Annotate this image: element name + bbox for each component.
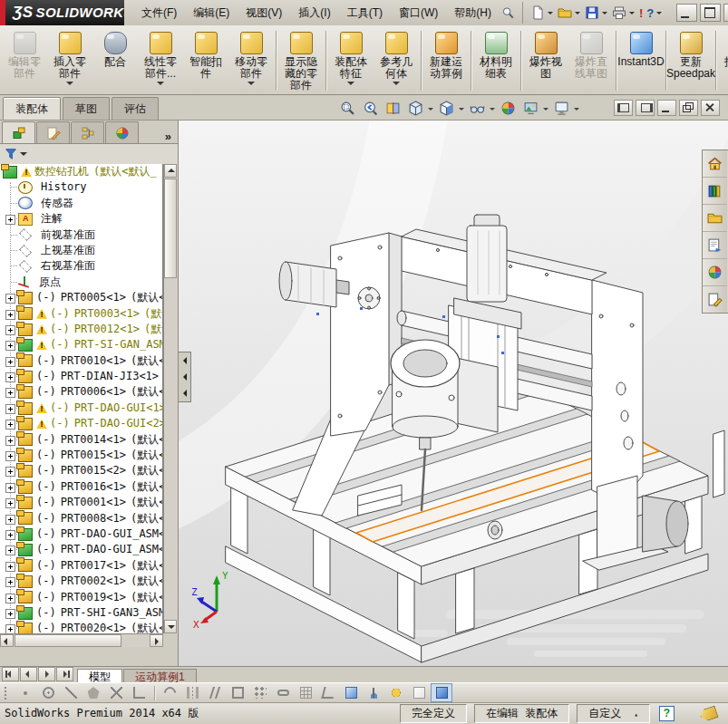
- zoom-to-area-icon[interactable]: [336, 98, 359, 119]
- straight-slot[interactable]: [272, 683, 294, 702]
- apply-scene-icon[interactable]: [519, 98, 542, 119]
- centerpoint-arc[interactable]: [159, 683, 180, 702]
- displaymanager-tab[interactable]: [105, 121, 139, 143]
- tree-item[interactable]: (-)PRT0008<1>(默认<<默: [0, 511, 162, 526]
- expand-toggle[interactable]: [5, 404, 15, 414]
- tree-item[interactable]: (-)PRT0017<1>(默认<<默: [0, 558, 162, 574]
- previous-tab-button[interactable]: [20, 667, 37, 681]
- open-button[interactable]: [556, 3, 574, 23]
- solidworks-resources-tab[interactable]: [703, 150, 727, 178]
- menu-item[interactable]: 视图(V): [238, 2, 290, 24]
- sketch-point[interactable]: [15, 683, 36, 702]
- shaded-display[interactable]: [431, 683, 452, 702]
- new-document-button[interactable]: [529, 3, 547, 23]
- display-style-dropdown[interactable]: [459, 108, 464, 113]
- assembly-features[interactable]: 装配体 特征: [328, 27, 374, 94]
- edit-component[interactable]: 编辑零 部件: [2, 27, 47, 94]
- scroll-up-arrow[interactable]: [164, 164, 177, 178]
- tree-horizontal-scrollbar[interactable]: [0, 633, 163, 647]
- tag-icon[interactable]: [698, 705, 718, 722]
- split-right-button[interactable]: [636, 100, 655, 116]
- hide-show-items-icon[interactable]: [466, 98, 489, 119]
- expand-toggle[interactable]: [5, 325, 15, 335]
- exploded-view[interactable]: 爆炸视 图: [523, 27, 568, 94]
- status-help-icon[interactable]: ?: [659, 706, 675, 721]
- configurationmanager-tab[interactable]: [71, 121, 104, 143]
- mirror-entities[interactable]: [181, 683, 203, 702]
- reference-geometry[interactable]: 参考几 何体: [374, 27, 419, 94]
- smart-fasteners[interactable]: 智能扣 件: [183, 27, 228, 94]
- reference-points[interactable]: [249, 683, 271, 702]
- appearances-tab[interactable]: [703, 259, 727, 286]
- line[interactable]: [60, 683, 82, 702]
- show-hidden-components[interactable]: 显示隐 藏的零 部件: [278, 27, 324, 94]
- expand-toggle[interactable]: [5, 609, 15, 619]
- expand-toggle[interactable]: [5, 483, 15, 493]
- tree-item[interactable]: (-)PRT-DAO-GUI<1>(: [0, 401, 162, 416]
- featuremanager-design-tree-tab[interactable]: [2, 121, 35, 143]
- tree-item[interactable]: (-)PRT0010<1>(默认<<默: [0, 353, 162, 369]
- view-orientation-icon[interactable]: [404, 98, 427, 119]
- expand-toggle[interactable]: [5, 545, 15, 555]
- tree-item[interactable]: (-)PRT0019<1>(默认<<默: [0, 590, 162, 605]
- expand-toggle[interactable]: [5, 451, 15, 461]
- help-button[interactable]: ?: [645, 3, 655, 23]
- save-button[interactable]: [583, 3, 601, 23]
- last-tab-button[interactable]: [56, 667, 73, 681]
- tree-item[interactable]: (-)PRT0016<1>(默认<<默: [0, 479, 162, 495]
- horizontal-scroll-thumb[interactable]: [15, 634, 121, 647]
- expand-toggle[interactable]: [5, 436, 15, 446]
- edit-appearance-icon[interactable]: [497, 98, 519, 119]
- new-document-dropdown[interactable]: [548, 12, 553, 17]
- trim-entities[interactable]: [105, 683, 127, 702]
- angle-dimension[interactable]: [317, 683, 339, 702]
- mate[interactable]: 配合: [92, 27, 138, 94]
- doc-close-button[interactable]: [701, 100, 720, 116]
- tree-item[interactable]: 前视基准面: [0, 227, 162, 243]
- corner-rectangle[interactable]: [227, 683, 248, 702]
- tree-vertical-scrollbar[interactable]: [163, 164, 178, 633]
- tree-item[interactable]: (-)PRT-DAO-GUI_ASM<1>: [0, 526, 162, 542]
- tree-item[interactable]: (-)PRT-DAO-GUI<2>(: [0, 416, 162, 431]
- bill-of-materials[interactable]: 材料明 细表: [473, 27, 519, 94]
- tree-item[interactable]: (-)PRT0014<1>(默认<<默: [0, 432, 162, 448]
- expand-toggle[interactable]: [5, 577, 15, 587]
- more-tabs-chevron[interactable]: »: [159, 130, 178, 143]
- print-button[interactable]: [610, 3, 628, 23]
- doc-minimize-button[interactable]: [657, 100, 676, 116]
- scroll-down-arrow[interactable]: [164, 620, 177, 633]
- first-tab-button[interactable]: [2, 667, 19, 681]
- tree-item[interactable]: (-)PRT0005<1>(默认<<默: [0, 290, 162, 305]
- expand-toggle[interactable]: [5, 498, 15, 508]
- expand-toggle[interactable]: [5, 310, 15, 320]
- expand-toggle[interactable]: [5, 420, 15, 430]
- polygon[interactable]: [83, 683, 104, 702]
- display-style-icon[interactable]: [435, 98, 458, 119]
- expand-toggle[interactable]: [5, 294, 15, 304]
- maximize-button[interactable]: [700, 4, 721, 22]
- tree-item[interactable]: (-)PRT-SHI-GAN3_ASM<1>: [0, 605, 162, 621]
- tree-item[interactable]: (-)PRT-DAO-GUI_ASM<2>: [0, 542, 162, 557]
- isometric-view-cube[interactable]: [340, 683, 362, 702]
- tree-item[interactable]: (-)PRT-SI-GAN_ASM<1: [0, 337, 162, 352]
- measure[interactable]: [385, 683, 407, 702]
- file-explorer-tab[interactable]: [703, 205, 727, 232]
- expand-toggle[interactable]: [5, 357, 15, 367]
- print-dropdown[interactable]: [629, 12, 635, 17]
- grid-system[interactable]: [295, 683, 316, 702]
- move-component[interactable]: 移动零 部件: [228, 27, 274, 94]
- view-settings-icon[interactable]: [550, 98, 573, 119]
- exploded-axis[interactable]: [363, 683, 384, 702]
- menu-item[interactable]: 工具(T): [339, 2, 391, 24]
- vertical-scroll-thumb[interactable]: [164, 179, 177, 278]
- offset-entities[interactable]: [204, 683, 226, 702]
- insert-components[interactable]: 插入零 部件: [47, 27, 92, 94]
- expand-toggle[interactable]: [5, 515, 15, 525]
- update-speedpak[interactable]: 更新 Speedpak: [668, 27, 713, 94]
- tree-item[interactable]: (-)PRT-DIAN-JI3<1>(默: [0, 369, 162, 384]
- search-icon[interactable]: [501, 3, 515, 23]
- panel-splitter-flyout[interactable]: [179, 352, 191, 402]
- graphics-viewport[interactable]: Y Z X: [178, 121, 728, 666]
- expand-toggle[interactable]: [5, 530, 15, 540]
- tree-item[interactable]: (-)PRT0002<1>(默认<<默: [0, 574, 162, 589]
